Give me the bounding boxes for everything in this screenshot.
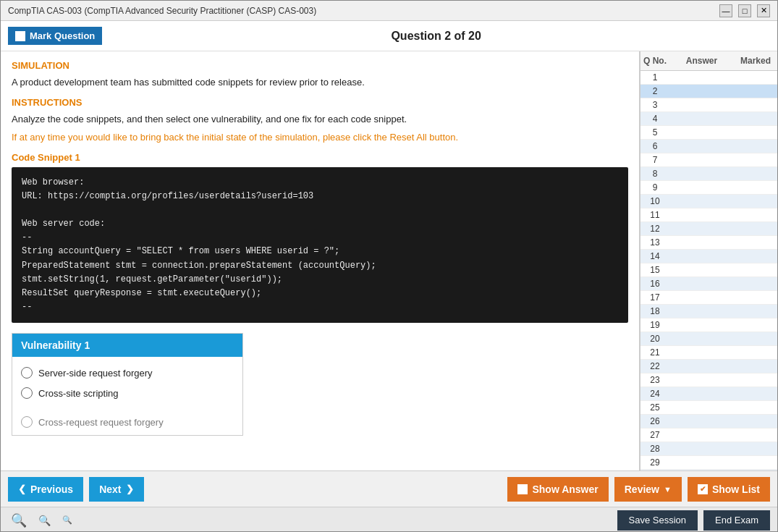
sidebar-list: 1 2 3 4 5 6 7 8: [640, 71, 777, 470]
sidebar-row[interactable]: 4: [640, 112, 777, 126]
vuln-option-1[interactable]: Server-side request forgery: [21, 363, 234, 383]
question-panel: SIMULATION A product development team ha…: [1, 51, 640, 470]
bottom-nav: ❮ Previous Next ❯ Show Answer Review ▼ ✔…: [1, 470, 777, 507]
sidebar-row[interactable]: 2: [640, 85, 777, 98]
vulnerability-box: Vulnerability 1 Server-side request forg…: [12, 333, 243, 436]
sidebar-row[interactable]: 29: [640, 456, 777, 470]
sidebar-row[interactable]: 8: [640, 167, 777, 181]
review-dropdown-icon: ▼: [664, 485, 672, 494]
sidebar-cell-num: 6: [640, 141, 669, 151]
sidebar-cell-num: 3: [640, 100, 669, 110]
show-answer-button[interactable]: Show Answer: [507, 477, 608, 502]
sidebar-col-marked: Marked: [734, 54, 777, 67]
zoom-out-button[interactable]: 🔍: [59, 515, 75, 525]
save-session-button[interactable]: Save Session: [617, 510, 698, 531]
question-title: Question 2 of 20: [102, 30, 770, 43]
sidebar-cell-num: 19: [640, 320, 669, 330]
sidebar-row[interactable]: 1: [640, 71, 777, 85]
sidebar-cell-num: 22: [640, 361, 669, 371]
sidebar-cell-num: 1: [640, 72, 669, 83]
vuln-option-3-label: Cross-request request forgery: [38, 417, 164, 428]
vuln-option-partial: Cross-request request forgery: [12, 409, 242, 435]
sidebar-row[interactable]: 11: [640, 208, 777, 222]
sidebar-cell-num: 15: [640, 265, 669, 275]
sidebar-cell-num: 4: [640, 114, 669, 124]
sidebar-row[interactable]: 21: [640, 346, 777, 360]
sidebar-row[interactable]: 25: [640, 401, 777, 415]
sidebar-col-answer: Answer: [669, 54, 734, 67]
sidebar-row[interactable]: 23: [640, 373, 777, 387]
next-button[interactable]: Next ❯: [89, 477, 143, 502]
sidebar-row[interactable]: 6: [640, 140, 777, 153]
sidebar-cell-num: 25: [640, 402, 669, 413]
sidebar-cell-num: 26: [640, 416, 669, 426]
restore-button[interactable]: □: [738, 4, 751, 17]
sidebar-row[interactable]: 10: [640, 195, 777, 208]
next-chevron-icon: ❯: [126, 484, 134, 494]
sidebar-cell-num: 23: [640, 375, 669, 385]
sidebar-cell-num: 11: [640, 210, 669, 220]
sidebar-row[interactable]: 28: [640, 442, 777, 456]
sidebar-cell-num: 7: [640, 155, 669, 165]
toolbar: ✔ Mark Question Question 2 of 20: [1, 21, 777, 51]
sidebar-row[interactable]: 24: [640, 387, 777, 401]
sidebar-row[interactable]: 14: [640, 250, 777, 263]
sidebar-row[interactable]: 18: [640, 305, 777, 318]
sidebar-cell-num: 16: [640, 279, 669, 289]
zoom-bar: 🔍 🔍 🔍 Save Session End Exam: [1, 507, 777, 532]
sidebar-cell-num: 14: [640, 251, 669, 261]
vuln-option-3[interactable]: Cross-request request forgery: [21, 412, 234, 432]
show-list-button[interactable]: ✔ Show List: [688, 477, 770, 502]
prev-chevron-icon: ❮: [18, 484, 26, 494]
sidebar-row[interactable]: 13: [640, 236, 777, 250]
radio-option-1[interactable]: [21, 367, 33, 379]
minimize-button[interactable]: —: [719, 4, 732, 17]
vuln-option-2-label: Cross-site scripting: [38, 388, 119, 399]
sidebar-row[interactable]: 16: [640, 277, 777, 291]
review-button[interactable]: Review ▼: [614, 477, 682, 502]
snippet-label: Code Snippet 1: [12, 152, 628, 163]
sidebar-cell-num: 27: [640, 430, 669, 440]
app-title: CompTIA CAS-003 (CompTIA Advanced Securi…: [8, 6, 316, 16]
sidebar-row[interactable]: 22: [640, 360, 777, 373]
zoom-in-button[interactable]: 🔍: [8, 512, 30, 528]
simulation-label: SIMULATION: [12, 60, 628, 71]
vulnerability-options: Server-side request forgery Cross-site s…: [12, 357, 242, 409]
mark-question-button[interactable]: ✔ Mark Question: [8, 27, 102, 45]
sidebar-row[interactable]: 26: [640, 415, 777, 428]
sidebar-row[interactable]: 20: [640, 332, 777, 346]
radio-option-3[interactable]: [21, 416, 33, 428]
vuln-option-1-label: Server-side request forgery: [38, 368, 153, 379]
sidebar-cell-num: 10: [640, 196, 669, 206]
sidebar-row[interactable]: 17: [640, 291, 777, 305]
sidebar-row[interactable]: 15: [640, 263, 777, 277]
sidebar-cell-num: 21: [640, 347, 669, 358]
sidebar-row[interactable]: 27: [640, 428, 777, 442]
sidebar-row[interactable]: 19: [640, 318, 777, 332]
sidebar-cell-num: 2: [640, 86, 669, 96]
main-area: SIMULATION A product development team ha…: [1, 51, 777, 470]
vuln-option-2[interactable]: Cross-site scripting: [21, 383, 234, 403]
sidebar-cell-num: 9: [640, 182, 669, 193]
window-controls: — □ ✕: [719, 4, 770, 17]
sidebar-row[interactable]: 3: [640, 98, 777, 112]
show-answer-label: Show Answer: [532, 484, 598, 495]
show-list-label: Show List: [712, 484, 760, 495]
sidebar-row[interactable]: 12: [640, 222, 777, 236]
sidebar-row[interactable]: 5: [640, 126, 777, 140]
sidebar-header: Q No. Answer Marked: [640, 51, 777, 71]
previous-button[interactable]: ❮ Previous: [8, 477, 83, 502]
show-answer-checkbox-icon: [517, 484, 528, 494]
code-block: Web browser: URL: https://comptia.org/pr…: [12, 167, 628, 324]
sidebar-row[interactable]: 9: [640, 181, 777, 195]
next-label: Next: [99, 484, 121, 495]
previous-label: Previous: [30, 484, 73, 495]
sidebar-cell-num: 29: [640, 457, 669, 468]
sidebar-cell-num: 5: [640, 127, 669, 138]
sidebar-row[interactable]: 7: [640, 153, 777, 167]
zoom-reset-button[interactable]: 🔍: [35, 515, 54, 526]
radio-option-2[interactable]: [21, 387, 33, 399]
close-button[interactable]: ✕: [757, 4, 770, 17]
sidebar-row[interactable]: 30: [640, 470, 777, 470]
end-exam-button[interactable]: End Exam: [703, 510, 770, 531]
